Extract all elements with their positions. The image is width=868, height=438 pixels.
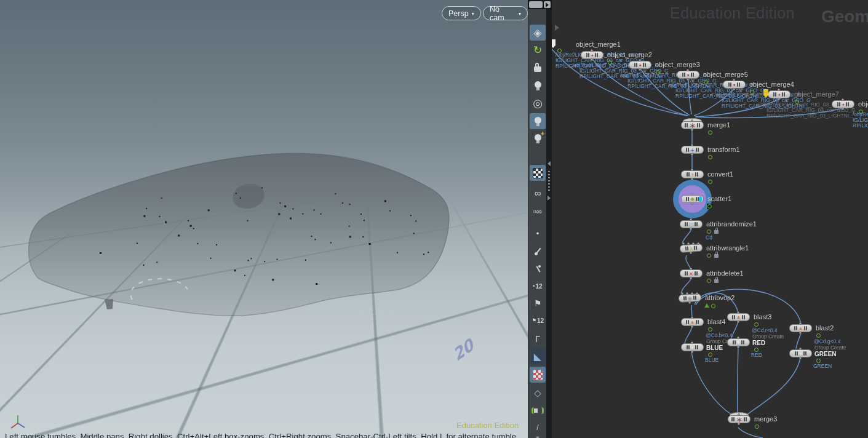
point-numbers-icon[interactable]: •12 <box>530 278 546 294</box>
display-flag[interactable] <box>755 424 759 429</box>
object_merge-node-body[interactable]: ● <box>581 51 603 59</box>
education-edition-watermark: Education Edition <box>456 421 519 430</box>
lights-off-icon[interactable]: ✕ <box>530 78 546 94</box>
view-tool-icon[interactable]: ◈ <box>530 25 546 41</box>
wire[interactable] <box>681 278 691 293</box>
wire[interactable] <box>746 358 800 416</box>
scatter-icon: ◆ <box>690 197 694 202</box>
perspective-view-button[interactable]: Persp▾ <box>442 6 481 20</box>
uv-texture-view-icon[interactable] <box>530 367 546 383</box>
display-flag[interactable] <box>711 304 715 308</box>
object_merge-node-body[interactable]: ● <box>832 100 854 108</box>
blast-icon: ▲ <box>798 326 803 331</box>
render-flag[interactable] <box>699 196 702 202</box>
viewport-status-text: Left mouse tumbles. Middle pans. Right d… <box>5 410 519 438</box>
group-list-icon[interactable] <box>530 402 546 418</box>
point-normals-icon[interactable] <box>530 244 546 260</box>
scroll-right-icon[interactable] <box>544 1 551 8</box>
node-label: convert1 <box>707 170 733 178</box>
blast-node-body[interactable]: ▲ <box>727 313 750 321</box>
toolbar-scrollbar[interactable] <box>528 0 552 9</box>
vop-icon: ◉ <box>687 295 692 300</box>
divider-drag-handle[interactable] <box>548 170 550 191</box>
wire[interactable] <box>731 322 738 338</box>
node-info-text: RP/LIGHT_CAR_RIG_03_LIGHTNI... <box>766 113 853 119</box>
node-info-text: GREEN <box>813 363 832 369</box>
display-flag[interactable] <box>707 253 711 258</box>
merge-node-body[interactable]: ∗ <box>728 415 751 423</box>
merge-node-body[interactable]: ∗ <box>681 121 704 129</box>
network-editor[interactable]: Education Edition Geom object_merge1/obj… <box>552 0 868 438</box>
object_merge-node-body[interactable]: ● <box>723 81 746 89</box>
object_merge-node-body[interactable]: ● <box>629 61 651 69</box>
badge-icon <box>704 303 709 308</box>
shaded-normals-icon[interactable]: ◣ <box>530 348 546 364</box>
display-flag[interactable] <box>816 359 821 363</box>
convert-node-body[interactable]: ◑ <box>681 170 704 178</box>
display-flag[interactable] <box>707 204 712 209</box>
randomize-icon: ⊡ <box>689 222 694 227</box>
display-flag[interactable] <box>708 327 712 332</box>
wire[interactable] <box>682 229 691 244</box>
node-label: attribdelete1 <box>706 269 744 277</box>
car-silhouette[interactable] <box>29 153 449 316</box>
pane-divider[interactable] <box>546 0 552 438</box>
display-flag[interactable] <box>708 180 712 184</box>
show-points-icon[interactable]: • <box>530 225 546 241</box>
collapse-left-icon[interactable] <box>547 161 551 166</box>
object_merge-icon: ● <box>639 63 641 68</box>
group-node-body[interactable]: ● <box>727 338 750 346</box>
wire[interactable] <box>685 327 692 343</box>
node-info-text: RED <box>751 352 762 358</box>
merge-icon: ∗ <box>736 417 742 422</box>
display-flag[interactable] <box>816 333 821 338</box>
randomize-node-body[interactable]: ⊡ <box>680 220 703 228</box>
display-flag[interactable] <box>708 130 712 135</box>
node-label: object_merge2 <box>607 51 652 58</box>
display-options-icon[interactable]: ◇ <box>530 385 546 401</box>
blast-icon: ▲ <box>736 315 741 320</box>
object_merge-icon: ● <box>733 82 735 87</box>
display-flag[interactable] <box>707 279 711 283</box>
point-trail-icon[interactable] <box>530 261 546 277</box>
blast-node-body[interactable]: ▲ <box>789 324 812 332</box>
camera-select-button[interactable]: No cam▾ <box>483 6 528 20</box>
scene-viewport[interactable]: 20 Left mouse tumbles. Midd <box>0 0 528 438</box>
add-light-icon[interactable]: + <box>530 130 546 146</box>
handles-tool-icon[interactable]: ↻ <box>530 42 546 58</box>
node-label: BLUE <box>706 344 723 351</box>
blast-node-body[interactable]: ▲ <box>681 318 704 326</box>
prim-numbers-icon[interactable]: ⚑12 <box>530 313 546 328</box>
group-node-body[interactable]: ● <box>681 343 704 351</box>
default-lighting-icon[interactable] <box>530 113 546 129</box>
wire[interactable] <box>738 428 763 438</box>
display-flag[interactable] <box>707 229 711 234</box>
node-label: object_merge5 <box>703 71 748 78</box>
scroll-more-icon[interactable]: ▼ <box>530 430 546 438</box>
delete-node-body[interactable]: × <box>680 269 703 277</box>
prim-normals-icon[interactable]: ⚑ <box>530 295 546 311</box>
scrollbar-thumb[interactable] <box>529 1 543 8</box>
car-fin <box>105 299 113 309</box>
rear-wheel-arc <box>344 293 408 314</box>
object_merge-node-body[interactable]: ● <box>677 71 699 79</box>
show-display-geometry-icon[interactable]: ▫∞ <box>530 203 546 219</box>
car-model[interactable] <box>0 0 528 438</box>
shading-mode-cube-icon[interactable] <box>530 165 546 181</box>
scatter-node-body[interactable]: ◆ <box>681 195 704 203</box>
display-flag[interactable] <box>708 155 712 159</box>
object_merge-node-body[interactable]: ● <box>768 90 790 98</box>
display-flag[interactable] <box>754 322 759 327</box>
node-label: transform1 <box>707 146 740 153</box>
wire[interactable] <box>738 347 738 415</box>
transform-node-body[interactable]: + <box>681 146 704 154</box>
lock-icon[interactable] <box>530 60 546 76</box>
wire[interactable] <box>796 333 801 349</box>
display-flag[interactable] <box>754 348 759 352</box>
group-node-body[interactable]: ● <box>789 349 812 357</box>
profile-curves-icon[interactable]: Γ <box>530 331 546 347</box>
display-flag[interactable] <box>708 352 712 357</box>
show-geometry-icon[interactable]: ∞ <box>530 185 546 201</box>
headlight-dial-icon[interactable]: ◎ <box>530 95 546 111</box>
collapse-right-icon[interactable] <box>547 196 551 201</box>
